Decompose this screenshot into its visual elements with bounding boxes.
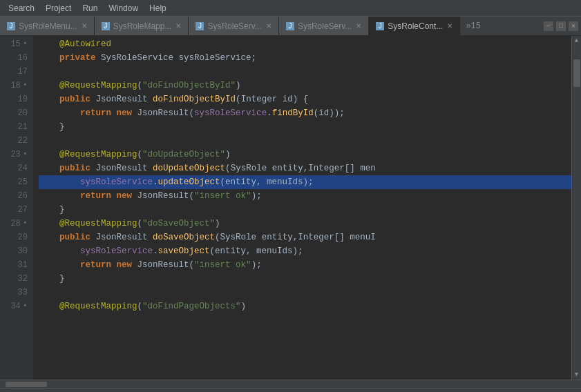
minimize-button[interactable]: — <box>544 21 553 31</box>
tab-3[interactable]: J SysRoleServ... ✕ <box>279 17 369 36</box>
tabbar: J SysRoleMenu... ✕ J SysRoleMapp... ✕ J … <box>0 17 581 36</box>
vertical-scrollbar[interactable]: ▲ ▼ <box>571 36 581 380</box>
line-num-27: 27 <box>0 203 28 217</box>
tab-2[interactable]: J SysRoleServ... ✕ <box>189 17 278 36</box>
code-line-28: @RequestMapping("doSaveObject") <box>39 217 571 231</box>
tab-icon-4: J <box>376 22 384 30</box>
maximize-button[interactable]: □ <box>556 21 566 31</box>
tab-label-3: SysRoleServ... <box>298 21 352 31</box>
tab-label-2: SysRoleServ... <box>207 21 261 31</box>
line-num-31: 31 <box>0 258 28 272</box>
line-num-18: 18 <box>0 79 28 92</box>
line-num-15: 15 <box>0 37 28 51</box>
code-line-32: } <box>39 272 571 286</box>
code-line-33 <box>39 286 571 300</box>
line-num-17: 17 <box>0 65 28 79</box>
editor-main: 1516171819202122232425262728293031323334… <box>0 36 571 380</box>
scroll-thumb[interactable] <box>573 59 580 87</box>
line-num-23: 23 <box>0 148 28 161</box>
code-line-17 <box>39 65 571 79</box>
code-line-20: return new JsonResult(sysRoleService.fin… <box>39 106 571 120</box>
line-num-29: 29 <box>0 231 28 244</box>
horizontal-scrollbar[interactable] <box>0 380 581 388</box>
line-num-30: 30 <box>0 244 28 258</box>
code-content[interactable]: @Autowired private SysRoleService sysRol… <box>33 36 571 380</box>
tab-overflow[interactable]: »15 <box>460 21 486 31</box>
tab-4[interactable]: J SysRoleCont... ✕ <box>369 17 460 36</box>
tab-close-0[interactable]: ✕ <box>82 22 87 30</box>
line-num-32: 32 <box>0 272 28 286</box>
code-line-26: return new JsonResult("insert ok"); <box>39 189 571 203</box>
line-num-24: 24 <box>0 161 28 175</box>
code-line-27: } <box>39 203 571 217</box>
tab-close-2[interactable]: ✕ <box>266 22 272 30</box>
code-line-23: @RequestMapping("doUpdateObject") <box>39 148 571 161</box>
tab-label-0: SysRoleMenu... <box>19 21 77 31</box>
tab-icon-2: J <box>196 22 204 30</box>
tab-icon-3: J <box>286 22 294 30</box>
menu-run[interactable]: Run <box>77 2 103 14</box>
hscroll-thumb[interactable] <box>6 382 47 387</box>
tab-icon-0: J <box>7 22 15 30</box>
line-num-19: 19 <box>0 92 28 106</box>
menu-help[interactable]: Help <box>144 2 172 14</box>
tab-icon-1: J <box>102 22 110 30</box>
code-line-18: @RequestMapping("doFindObjectById") <box>39 79 571 92</box>
tab-1[interactable]: J SysRoleMapp... ✕ <box>95 17 189 36</box>
code-line-34: @RequestMapping("doFindPageObjects") <box>39 300 571 313</box>
code-line-25: sysRoleService.updateObject(entity, menu… <box>39 175 571 189</box>
line-num-28: 28 <box>0 217 28 231</box>
code-line-24: public JsonResult doUpdateObject(SysRole… <box>39 161 571 175</box>
menu-project[interactable]: Project <box>40 2 77 14</box>
tab-label-1: SysRoleMapp... <box>113 21 172 31</box>
code-line-21: } <box>39 120 571 134</box>
line-num-21: 21 <box>0 120 28 134</box>
editor: 1516171819202122232425262728293031323334… <box>0 36 581 380</box>
line-numbers: 1516171819202122232425262728293031323334 <box>0 36 33 380</box>
tab-close-4[interactable]: ✕ <box>447 22 453 30</box>
line-num-34: 34 <box>0 300 28 313</box>
line-num-26: 26 <box>0 189 28 203</box>
menubar: Search Project Run Window Help <box>0 0 581 17</box>
menu-window[interactable]: Window <box>103 2 144 14</box>
tab-label-4: SysRoleCont... <box>388 21 443 31</box>
scroll-down-arrow[interactable]: ▼ <box>572 370 582 380</box>
code-line-19: public JsonResult doFindObjectById(Integ… <box>39 92 571 106</box>
line-num-25: 25 <box>0 175 28 189</box>
window-controls: — □ ✕ <box>541 21 581 31</box>
tab-close-3[interactable]: ✕ <box>356 22 361 30</box>
code-line-15: @Autowired <box>39 37 571 51</box>
tab-0[interactable]: J SysRoleMenu... ✕ <box>0 17 95 36</box>
line-num-22: 22 <box>0 134 28 148</box>
scroll-up-arrow[interactable]: ▲ <box>572 36 582 46</box>
code-line-16: private SysRoleService sysRoleService; <box>39 51 571 65</box>
menu-search[interactable]: Search <box>3 2 40 14</box>
close-button[interactable]: ✕ <box>569 21 578 31</box>
line-num-33: 33 <box>0 286 28 300</box>
line-num-16: 16 <box>0 51 28 65</box>
code-line-30: sysRoleService.saveObject(entity, menuId… <box>39 244 571 258</box>
line-num-20: 20 <box>0 106 28 120</box>
tab-close-1[interactable]: ✕ <box>175 22 181 30</box>
code-line-31: return new JsonResult("insert ok"); <box>39 258 571 272</box>
statusbar: https://blog.csdn.net/qq_43765086 <box>0 388 581 392</box>
code-line-29: public JsonResult doSaveObject(SysRole e… <box>39 231 571 244</box>
code-line-22 <box>39 134 571 148</box>
